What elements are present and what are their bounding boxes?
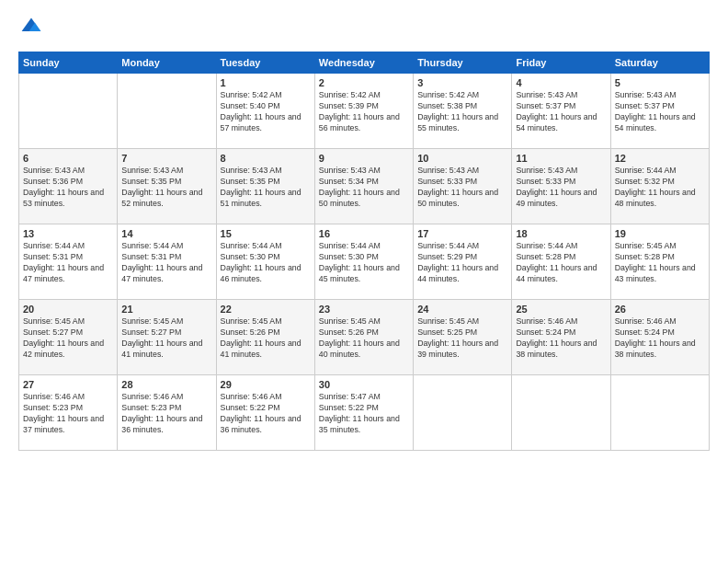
calendar-cell: 19Sunrise: 5:45 AM Sunset: 5:28 PM Dayli…: [610, 224, 709, 300]
calendar-header-row: SundayMondayTuesdayWednesdayThursdayFrid…: [19, 52, 710, 74]
calendar-cell: [19, 74, 118, 149]
day-number: 9: [319, 153, 409, 164]
calendar-cell: 16Sunrise: 5:44 AM Sunset: 5:30 PM Dayli…: [314, 224, 413, 300]
cell-info: Sunrise: 5:43 AM Sunset: 5:37 PM Dayligh…: [516, 90, 606, 134]
logo-icon: [20, 17, 42, 39]
day-number: 1: [221, 77, 311, 88]
calendar-cell: 23Sunrise: 5:45 AM Sunset: 5:26 PM Dayli…: [314, 300, 413, 375]
day-number: 4: [516, 77, 606, 88]
calendar-cell: 6Sunrise: 5:43 AM Sunset: 5:36 PM Daylig…: [19, 149, 118, 224]
cell-info: Sunrise: 5:46 AM Sunset: 5:23 PM Dayligh…: [121, 392, 211, 436]
cell-info: Sunrise: 5:45 AM Sunset: 5:27 PM Dayligh…: [121, 316, 211, 361]
calendar-cell: 26Sunrise: 5:46 AM Sunset: 5:24 PM Dayli…: [610, 300, 709, 375]
day-number: 15: [221, 228, 311, 239]
day-number: 17: [417, 228, 507, 239]
calendar-cell: 4Sunrise: 5:43 AM Sunset: 5:37 PM Daylig…: [512, 74, 610, 149]
calendar: SundayMondayTuesdayWednesdayThursdayFrid…: [18, 52, 710, 451]
calendar-cell: 12Sunrise: 5:44 AM Sunset: 5:32 PM Dayli…: [610, 149, 709, 224]
calendar-cell: [610, 375, 709, 451]
calendar-week-3: 13Sunrise: 5:44 AM Sunset: 5:31 PM Dayli…: [19, 224, 710, 300]
day-number: 8: [221, 153, 311, 164]
cell-info: Sunrise: 5:45 AM Sunset: 5:25 PM Dayligh…: [417, 316, 507, 361]
calendar-cell: 18Sunrise: 5:44 AM Sunset: 5:28 PM Dayli…: [512, 224, 610, 300]
day-header-friday: Friday: [512, 52, 610, 74]
cell-info: Sunrise: 5:44 AM Sunset: 5:31 PM Dayligh…: [23, 241, 113, 285]
calendar-cell: 13Sunrise: 5:44 AM Sunset: 5:31 PM Dayli…: [19, 224, 118, 300]
calendar-cell: 29Sunrise: 5:46 AM Sunset: 5:22 PM Dayli…: [216, 375, 314, 451]
day-number: 25: [516, 304, 606, 315]
cell-info: Sunrise: 5:42 AM Sunset: 5:38 PM Dayligh…: [417, 90, 507, 134]
calendar-cell: 3Sunrise: 5:42 AM Sunset: 5:38 PM Daylig…: [414, 74, 512, 149]
day-header-saturday: Saturday: [610, 52, 709, 74]
calendar-cell: 20Sunrise: 5:45 AM Sunset: 5:27 PM Dayli…: [19, 300, 118, 375]
day-number: 10: [417, 153, 507, 164]
day-number: 26: [615, 304, 705, 315]
calendar-cell: [118, 74, 216, 149]
calendar-cell: 7Sunrise: 5:43 AM Sunset: 5:35 PM Daylig…: [118, 149, 216, 224]
header: [18, 17, 710, 42]
day-header-tuesday: Tuesday: [216, 52, 314, 74]
calendar-cell: 5Sunrise: 5:43 AM Sunset: 5:37 PM Daylig…: [610, 74, 709, 149]
day-number: 5: [615, 77, 705, 88]
cell-info: Sunrise: 5:44 AM Sunset: 5:31 PM Dayligh…: [121, 241, 211, 285]
day-number: 27: [23, 379, 113, 390]
day-number: 7: [121, 153, 211, 164]
cell-info: Sunrise: 5:44 AM Sunset: 5:29 PM Dayligh…: [417, 241, 507, 285]
cell-info: Sunrise: 5:46 AM Sunset: 5:24 PM Dayligh…: [615, 316, 705, 361]
day-header-wednesday: Wednesday: [314, 52, 413, 74]
day-number: 13: [23, 228, 113, 239]
day-number: 29: [221, 379, 311, 390]
day-number: 16: [319, 228, 409, 239]
calendar-cell: 10Sunrise: 5:43 AM Sunset: 5:33 PM Dayli…: [414, 149, 512, 224]
calendar-cell: 9Sunrise: 5:43 AM Sunset: 5:34 PM Daylig…: [314, 149, 413, 224]
day-number: 20: [23, 304, 113, 315]
day-number: 21: [121, 304, 211, 315]
cell-info: Sunrise: 5:43 AM Sunset: 5:35 PM Dayligh…: [121, 166, 211, 210]
cell-info: Sunrise: 5:43 AM Sunset: 5:33 PM Dayligh…: [516, 166, 606, 210]
calendar-cell: 25Sunrise: 5:46 AM Sunset: 5:24 PM Dayli…: [512, 300, 610, 375]
calendar-cell: 22Sunrise: 5:45 AM Sunset: 5:26 PM Dayli…: [216, 300, 314, 375]
day-number: 2: [319, 77, 409, 88]
cell-info: Sunrise: 5:43 AM Sunset: 5:35 PM Dayligh…: [221, 166, 311, 210]
cell-info: Sunrise: 5:45 AM Sunset: 5:26 PM Dayligh…: [221, 316, 311, 361]
day-number: 18: [516, 228, 606, 239]
day-number: 3: [417, 77, 507, 88]
day-header-monday: Monday: [118, 52, 216, 74]
cell-info: Sunrise: 5:44 AM Sunset: 5:32 PM Dayligh…: [615, 166, 705, 210]
day-number: 23: [319, 304, 409, 315]
day-number: 28: [121, 379, 211, 390]
day-number: 24: [417, 304, 507, 315]
calendar-cell: 2Sunrise: 5:42 AM Sunset: 5:39 PM Daylig…: [314, 74, 413, 149]
calendar-cell: 21Sunrise: 5:45 AM Sunset: 5:27 PM Dayli…: [118, 300, 216, 375]
day-number: 11: [516, 153, 606, 164]
day-header-sunday: Sunday: [19, 52, 118, 74]
calendar-cell: [414, 375, 512, 451]
day-number: 19: [615, 228, 705, 239]
calendar-cell: 17Sunrise: 5:44 AM Sunset: 5:29 PM Dayli…: [414, 224, 512, 300]
calendar-cell: 8Sunrise: 5:43 AM Sunset: 5:35 PM Daylig…: [216, 149, 314, 224]
cell-info: Sunrise: 5:46 AM Sunset: 5:22 PM Dayligh…: [221, 392, 311, 436]
day-header-thursday: Thursday: [414, 52, 512, 74]
cell-info: Sunrise: 5:45 AM Sunset: 5:26 PM Dayligh…: [319, 316, 409, 361]
cell-info: Sunrise: 5:43 AM Sunset: 5:37 PM Dayligh…: [615, 90, 705, 134]
cell-info: Sunrise: 5:44 AM Sunset: 5:28 PM Dayligh…: [516, 241, 606, 285]
cell-info: Sunrise: 5:46 AM Sunset: 5:23 PM Dayligh…: [23, 392, 113, 436]
cell-info: Sunrise: 5:43 AM Sunset: 5:34 PM Dayligh…: [319, 166, 409, 210]
cell-info: Sunrise: 5:42 AM Sunset: 5:40 PM Dayligh…: [221, 90, 311, 134]
calendar-week-5: 27Sunrise: 5:46 AM Sunset: 5:23 PM Dayli…: [19, 375, 710, 451]
calendar-cell: 28Sunrise: 5:46 AM Sunset: 5:23 PM Dayli…: [118, 375, 216, 451]
calendar-cell: 15Sunrise: 5:44 AM Sunset: 5:30 PM Dayli…: [216, 224, 314, 300]
day-number: 30: [319, 379, 409, 390]
page: SundayMondayTuesdayWednesdayThursdayFrid…: [0, 0, 728, 563]
day-number: 12: [615, 153, 705, 164]
day-number: 22: [221, 304, 311, 315]
calendar-week-4: 20Sunrise: 5:45 AM Sunset: 5:27 PM Dayli…: [19, 300, 710, 375]
cell-info: Sunrise: 5:45 AM Sunset: 5:27 PM Dayligh…: [23, 316, 113, 361]
calendar-cell: 11Sunrise: 5:43 AM Sunset: 5:33 PM Dayli…: [512, 149, 610, 224]
day-number: 6: [23, 153, 113, 164]
calendar-cell: 24Sunrise: 5:45 AM Sunset: 5:25 PM Dayli…: [414, 300, 512, 375]
cell-info: Sunrise: 5:43 AM Sunset: 5:36 PM Dayligh…: [23, 166, 113, 210]
cell-info: Sunrise: 5:46 AM Sunset: 5:24 PM Dayligh…: [516, 316, 606, 361]
cell-info: Sunrise: 5:44 AM Sunset: 5:30 PM Dayligh…: [221, 241, 311, 285]
calendar-cell: 30Sunrise: 5:47 AM Sunset: 5:22 PM Dayli…: [314, 375, 413, 451]
